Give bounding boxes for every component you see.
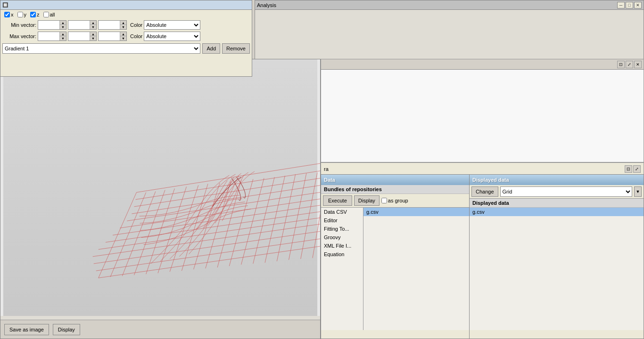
mesh-svg bbox=[0, 59, 320, 316]
checkbox-all-label[interactable]: all bbox=[43, 12, 55, 17]
min-v2-field[interactable]: 0 bbox=[68, 21, 90, 29]
list-item[interactable]: Equation bbox=[321, 250, 363, 258]
ra-restore-btn[interactable]: ⊡ bbox=[625, 165, 632, 173]
bundles-label: Bundles of repositories bbox=[324, 186, 382, 192]
min-v2-up[interactable]: ▲ bbox=[90, 21, 96, 25]
data-display-button[interactable]: Display bbox=[354, 195, 380, 206]
analysis-minimize-btn[interactable]: ─ bbox=[617, 2, 625, 8]
analysis-close-btn[interactable]: ✕ bbox=[634, 2, 642, 8]
svg-rect-0 bbox=[3, 59, 317, 316]
min-v3-input: 0 ▲ ▼ bbox=[98, 20, 127, 30]
checkbox-y-label[interactable]: y bbox=[17, 12, 27, 17]
add-gradient-button[interactable]: Add bbox=[202, 43, 220, 54]
checkbox-x-label[interactable]: x bbox=[4, 12, 14, 17]
save-as-image-button[interactable]: Save as image bbox=[4, 324, 49, 335]
displayed-item[interactable]: g.csv bbox=[470, 208, 644, 216]
min-v2-down[interactable]: ▼ bbox=[90, 25, 96, 29]
max-v1-field[interactable]: 0 bbox=[38, 32, 59, 40]
max-v2-down[interactable]: ▼ bbox=[90, 36, 96, 40]
view-panel: Save as image Display bbox=[0, 59, 321, 339]
max-color-label: Color bbox=[130, 33, 142, 39]
data-items-list: Data CSV Editor Fitting To... Groovy XML… bbox=[321, 208, 363, 330]
data-repo-list: g.csv bbox=[363, 208, 469, 330]
execute-button[interactable]: Execute bbox=[323, 195, 352, 206]
checkbox-all[interactable] bbox=[43, 12, 49, 17]
max-v3-spinners: ▲ ▼ bbox=[120, 32, 126, 40]
ra-panel: ra ⊡ ⤢ bbox=[321, 162, 644, 176]
data-content: Data CSV Editor Fitting To... Groovy XML… bbox=[321, 208, 469, 330]
plot-restore-btn[interactable]: ⊡ bbox=[617, 61, 625, 68]
bundles-header: Bundles of repositories bbox=[321, 185, 469, 194]
display-button[interactable]: Display bbox=[53, 324, 80, 335]
list-item[interactable]: Fitting To... bbox=[321, 225, 363, 233]
grid-dropdown-arrow[interactable]: ▼ bbox=[634, 186, 642, 197]
min-v3-up[interactable]: ▲ bbox=[120, 21, 126, 25]
plot-content bbox=[321, 70, 644, 162]
max-v1-down[interactable]: ▼ bbox=[60, 36, 66, 40]
analysis-maximize-btn[interactable]: □ bbox=[626, 2, 633, 8]
gradient-row: Gradient 1 Add Remove bbox=[0, 42, 252, 55]
min-v1-spinners: ▲ ▼ bbox=[59, 21, 66, 29]
max-v3-down[interactable]: ▼ bbox=[120, 36, 126, 40]
plot-expand-btn[interactable]: ⤢ bbox=[626, 61, 633, 68]
list-item[interactable]: Groovy bbox=[321, 233, 363, 242]
min-v1-up[interactable]: ▲ bbox=[60, 21, 66, 25]
min-v3-field[interactable]: 0 bbox=[99, 21, 120, 29]
plot-close-btn[interactable]: ✕ bbox=[634, 61, 642, 68]
min-vector-label: Min vector: bbox=[2, 22, 36, 28]
max-v3-field[interactable]: 0,2 bbox=[99, 32, 120, 40]
as-group-label[interactable]: as group bbox=[381, 198, 408, 203]
checkbox-z-label[interactable]: z bbox=[30, 12, 40, 17]
max-vector-label: Max vector: bbox=[2, 33, 36, 39]
view-canvas bbox=[0, 59, 320, 316]
vector-panel-titlebar: 🔲 bbox=[0, 0, 252, 10]
min-v1-field[interactable]: 0 bbox=[38, 21, 59, 29]
data-panel-titlebar: Data bbox=[321, 175, 469, 185]
plot-panel: ⊡ ⤢ ✕ bbox=[321, 59, 644, 162]
max-v2-up[interactable]: ▲ bbox=[90, 32, 96, 36]
checkbox-y[interactable] bbox=[17, 12, 23, 17]
checkbox-x[interactable] bbox=[4, 12, 10, 17]
as-group-checkbox[interactable] bbox=[381, 198, 387, 203]
min-color-dropdown: Absolute Relative Custom bbox=[144, 20, 200, 30]
min-v2-spinners: ▲ ▼ bbox=[90, 21, 96, 29]
checkboxes-row: x y z all bbox=[0, 10, 252, 19]
min-v1-input: 0 ▲ ▼ bbox=[38, 20, 66, 30]
gradient-select[interactable]: Gradient 1 bbox=[2, 43, 200, 54]
displayed-data-header: Displayed data bbox=[470, 199, 644, 208]
analysis-titlebar: Analysis ─ □ ✕ bbox=[255, 0, 644, 10]
min-color-label: Color bbox=[130, 22, 142, 28]
min-v3-spinners: ▲ ▼ bbox=[120, 21, 126, 29]
min-v1-down[interactable]: ▼ bbox=[60, 25, 66, 29]
data-panel-title: Data bbox=[324, 177, 466, 183]
max-color-select[interactable]: Absolute Relative Custom bbox=[144, 32, 200, 40]
repo-item[interactable]: g.csv bbox=[363, 208, 469, 216]
list-item[interactable]: Data CSV bbox=[321, 208, 363, 216]
checkbox-z[interactable] bbox=[30, 12, 36, 17]
displayed-panel-title: Displayed data bbox=[472, 177, 641, 183]
max-v2-spinners: ▲ ▼ bbox=[90, 32, 96, 40]
ra-label: ra bbox=[324, 166, 625, 172]
list-item[interactable]: XML File I... bbox=[321, 242, 363, 250]
analysis-title: Analysis bbox=[257, 2, 276, 8]
min-color-select[interactable]: Absolute Relative Custom bbox=[144, 21, 200, 29]
grid-select[interactable]: Grid bbox=[500, 186, 632, 197]
max-v2-input: 0 ▲ ▼ bbox=[68, 32, 97, 41]
displayed-panel: Displayed data Change Grid ▼ Displayed d… bbox=[469, 174, 644, 339]
displayed-content: g.csv bbox=[470, 208, 644, 330]
max-v1-up[interactable]: ▲ bbox=[60, 32, 66, 36]
ra-expand-btn[interactable]: ⤢ bbox=[633, 165, 641, 173]
displayed-toolbar: Change Grid ▼ bbox=[470, 185, 644, 199]
max-vector-row: Max vector: 0 ▲ ▼ 0 ▲ ▼ 0,2 ▲ ▼ Color bbox=[0, 31, 252, 42]
remove-gradient-button[interactable]: Remove bbox=[222, 43, 250, 54]
displayed-data-label: Displayed data bbox=[472, 200, 509, 206]
max-v2-field[interactable]: 0 bbox=[68, 32, 90, 40]
min-v3-down[interactable]: ▼ bbox=[120, 25, 126, 29]
analysis-titlebar-buttons: ─ □ ✕ bbox=[617, 2, 642, 8]
vector-panel-icon: 🔲 bbox=[2, 2, 8, 8]
list-item[interactable]: Editor bbox=[321, 216, 363, 225]
min-vector-row: Min vector: 0 ▲ ▼ 0 ▲ ▼ 0 ▲ ▼ Color bbox=[0, 19, 252, 31]
change-button[interactable]: Change bbox=[471, 186, 498, 197]
data-toolbar: Execute Display as group bbox=[321, 194, 469, 208]
max-v3-up[interactable]: ▲ bbox=[120, 32, 126, 36]
